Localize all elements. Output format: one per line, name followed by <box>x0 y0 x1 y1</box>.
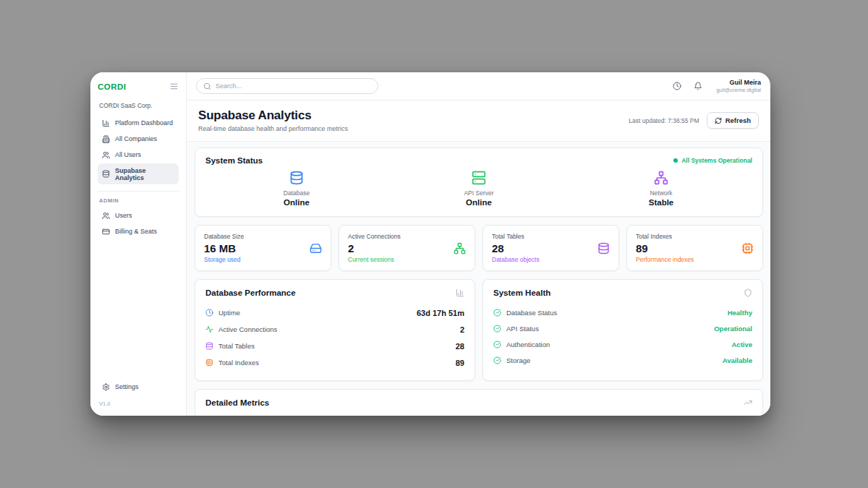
system-health-card: System Health Database Status <box>482 279 763 381</box>
dashboard-content: System Status All Systems Operational Da… <box>187 142 770 416</box>
page-header: Supabase Analytics Real-time database he… <box>187 100 770 142</box>
check-circle-icon <box>493 309 501 317</box>
metric-sublabel: Database objects <box>492 256 540 263</box>
database-performance-card: Database Performance Uptime <box>195 279 475 381</box>
refresh-button[interactable]: Refresh <box>707 112 759 129</box>
database-icon <box>289 171 304 185</box>
status-item-value: Online <box>284 198 310 207</box>
system-health-title: System Health <box>493 288 550 297</box>
health-row-api-status: API Status Operational <box>493 320 752 336</box>
system-status-title: System Status <box>205 156 263 165</box>
health-row-label: Storage <box>506 356 530 364</box>
metric-card-total-indexes: Total Indexes 89 Performance indexes <box>626 225 763 271</box>
hard-drive-icon <box>310 242 322 254</box>
shield-icon <box>744 288 752 297</box>
sidebar-item-platform-dashboard[interactable]: Platform Dashboard <box>98 116 179 130</box>
metric-value: 16 MB <box>204 242 244 254</box>
search-box[interactable] <box>196 78 378 94</box>
trending-up-icon <box>744 398 752 407</box>
app-logo: CORDI <box>98 82 127 91</box>
sidebar-item-all-users[interactable]: All Users <box>98 147 179 162</box>
refresh-icon <box>715 117 722 124</box>
metric-card-active-connections: Active Connections 2 Current sessions <box>339 225 475 271</box>
users-icon <box>102 212 110 220</box>
health-row-value: Operational <box>714 325 752 333</box>
perf-row-label: Uptime <box>218 309 240 317</box>
metric-label: Total Tables <box>492 233 540 240</box>
health-row-database-status: Database Status Healthy <box>493 304 752 320</box>
gear-icon <box>102 383 110 391</box>
perf-row-value: 28 <box>456 342 464 351</box>
health-row-value: Healthy <box>728 309 752 317</box>
metric-label: Active Connections <box>348 233 401 240</box>
sidebar-item-all-companies[interactable]: All Companies <box>98 132 179 146</box>
bell-icon[interactable] <box>694 82 702 90</box>
page-subtitle: Real-time database health and performanc… <box>198 125 348 132</box>
clock-icon <box>205 309 213 317</box>
sidebar-item-users[interactable]: Users <box>98 208 179 223</box>
refresh-button-label: Refresh <box>726 116 751 124</box>
perf-row-label: Total Tables <box>218 342 255 350</box>
user-menu[interactable]: Guil Meira guil@creme.digital <box>716 79 761 93</box>
sidebar-divider <box>98 191 179 192</box>
metric-label: Total Indexes <box>636 233 694 240</box>
overall-status-badge: All Systems Operational <box>673 157 752 164</box>
status-item-network: Network Stable <box>570 171 752 207</box>
main-area: Guil Meira guil@creme.digital Supabase A… <box>187 72 770 416</box>
metric-label: Database Size <box>204 233 244 240</box>
overall-status-label: All Systems Operational <box>681 157 752 164</box>
sidebar-item-supabase-analytics[interactable]: Supabase Analytics <box>98 163 179 184</box>
health-row-authentication: Authentication Active <box>493 336 752 352</box>
history-clock-icon[interactable] <box>673 82 681 90</box>
sidebar-item-label: Billing & Seats <box>115 228 157 235</box>
server-icon <box>472 171 486 185</box>
perf-row-label: Active Connections <box>218 325 277 333</box>
health-row-label: API Status <box>506 325 539 333</box>
sidebar-item-label: All Users <box>115 151 141 158</box>
sidebar-item-settings[interactable]: Settings <box>98 380 179 394</box>
status-item-value: Online <box>466 198 492 207</box>
org-label: CORDI SaaS Corp. <box>99 102 177 109</box>
sidebar-item-billing-seats[interactable]: Billing & Seats <box>98 224 179 239</box>
health-row-value: Active <box>731 341 752 348</box>
perf-row-active-connections: Active Connections 2 <box>205 321 464 338</box>
chart-column-icon <box>102 119 110 127</box>
detail-column-database-information: Database Information Database Size: 16 M… <box>205 415 461 416</box>
status-item-api-server: API Server Online <box>388 171 570 207</box>
health-row-value: Available <box>723 356 752 364</box>
cpu-icon <box>741 242 754 254</box>
chart-column-icon <box>456 288 464 297</box>
detailed-metrics-title: Detailed Metrics <box>205 398 269 407</box>
system-status-card: System Status All Systems Operational Da… <box>195 147 763 217</box>
metric-card-database-size: Database Size 16 MB Storage used <box>195 225 331 271</box>
credit-card-icon <box>102 228 110 236</box>
health-row-storage: Storage Available <box>493 352 752 368</box>
status-item-database: Database Online <box>205 171 388 207</box>
search-input[interactable] <box>216 82 371 90</box>
check-circle-icon <box>493 325 501 333</box>
sidebar-item-label: Supabase Analytics <box>115 167 174 181</box>
database-icon <box>205 342 213 350</box>
check-circle-icon <box>493 341 501 348</box>
perf-row-label: Total Indexes <box>218 359 259 367</box>
users-icon <box>102 151 110 159</box>
database-icon <box>597 242 610 254</box>
activity-icon <box>205 325 213 333</box>
admin-section-label: ADMIN <box>99 197 177 204</box>
user-name: Guil Meira <box>716 79 761 86</box>
hamburger-menu-icon[interactable] <box>169 82 179 91</box>
metric-value: 89 <box>636 242 694 254</box>
user-email: guil@creme.digital <box>716 87 761 93</box>
sidebar-item-label: Settings <box>115 383 139 390</box>
app-version: V1.0 <box>99 401 177 407</box>
metric-sublabel: Current sessions <box>348 256 401 263</box>
cpu-icon <box>205 359 213 367</box>
sidebar: CORDI CORDI SaaS Corp. Platform Dashboar… <box>90 72 187 416</box>
topbar: Guil Meira guil@creme.digital <box>187 72 770 100</box>
check-circle-icon <box>493 356 501 364</box>
metric-value: 2 <box>348 242 401 254</box>
health-row-label: Authentication <box>506 341 550 348</box>
perf-row-total-tables: Total Tables 28 <box>205 338 464 354</box>
sidebar-item-label: Users <box>115 212 132 219</box>
network-icon <box>654 171 668 185</box>
